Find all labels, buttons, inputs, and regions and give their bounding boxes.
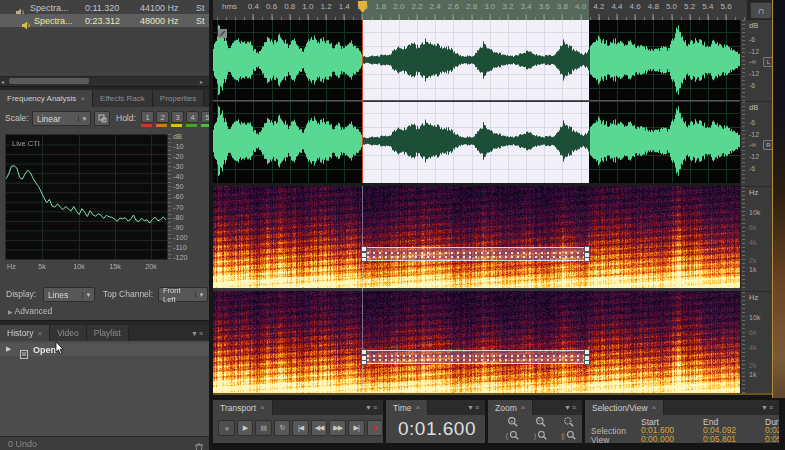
scale-dropdown[interactable]: Linear ▼ (32, 111, 91, 126)
scale-label: Scale: (5, 113, 29, 123)
zoom-to-in-point-button[interactable]: ( (502, 429, 524, 441)
hold-button-4[interactable]: 4 (186, 111, 197, 127)
record-button[interactable]: ● (367, 420, 384, 436)
svg-text:+: + (510, 418, 514, 424)
view-end-value[interactable]: 0:05.801 (703, 435, 736, 443)
ruler-tick-label: 4.6 (630, 2, 641, 11)
timeline-ruler[interactable]: hms0.40.60.81.01.21.41.61.82.02.22.42.62… (213, 0, 747, 21)
go-to-start-button[interactable]: |◀ (292, 420, 309, 436)
frequency-plot[interactable]: Live CTI (5, 134, 168, 260)
close-icon[interactable]: × (80, 94, 85, 103)
record-icon: ● (373, 423, 377, 433)
panel-menu-icon[interactable]: ▼≡ (462, 404, 485, 411)
db-tick-label: dB (173, 132, 187, 141)
mouse-cursor (55, 341, 64, 359)
ruler-tick-label: 1.2 (321, 2, 332, 11)
hold-button-3[interactable]: 3 (171, 111, 182, 127)
frequency-plot-canvas[interactable] (6, 135, 167, 259)
hold-color-bar (141, 124, 152, 127)
tab-history[interactable]: History× (0, 325, 50, 341)
tab-video[interactable]: Video (50, 325, 87, 341)
hold-button-1[interactable]: 1 (141, 111, 152, 127)
file-sample-rate: 48000 Hz (140, 16, 179, 26)
hold-button-2[interactable]: 2 (156, 111, 167, 127)
selection-handle (361, 355, 367, 361)
db-tick-label: -50 (173, 182, 187, 191)
play-marker-icon: ▶ (6, 345, 11, 353)
pause-button[interactable]: ▮▮ (255, 420, 272, 436)
ruler-tick-label: 0.8 (284, 2, 295, 11)
close-icon[interactable]: × (521, 403, 526, 412)
ruler-tick-label: 5.0 (666, 2, 677, 11)
spectral-selection-box[interactable] (362, 247, 589, 261)
tab-properties[interactable]: Properties (153, 90, 204, 107)
edit-indicator-icon[interactable] (218, 24, 227, 42)
ruler-selection-highlight (362, 0, 589, 20)
hz-tick-label: 10k (73, 262, 85, 271)
time-panel: 0:01.600 (386, 415, 485, 443)
history-footer: 0 Undo (0, 436, 209, 450)
panel-menu-icon[interactable]: ▼≡ (360, 404, 383, 411)
ruler-unit: hms (222, 2, 237, 11)
db-scale-left: dB -6 -12 -∞ L -12 -6 (741, 20, 772, 101)
row-label: Selection (591, 426, 641, 435)
scroll-left-icon[interactable]: ◂ (1, 78, 4, 85)
time-display[interactable]: 0:01.600 (386, 415, 485, 440)
play-button[interactable]: ▶ (237, 420, 254, 436)
ruler-tick-label: 1.0 (302, 2, 313, 11)
display-dropdown[interactable]: Lines ▼ (43, 287, 95, 302)
loop-button[interactable]: ↻ (274, 420, 291, 436)
close-icon[interactable]: × (37, 329, 42, 338)
view-duration-value[interactable]: 0:05.801 (765, 435, 779, 443)
top-channel-dropdown[interactable]: Front Left ▼ (158, 287, 208, 302)
close-icon[interactable]: × (652, 403, 657, 412)
playhead-line (362, 20, 363, 183)
trash-icon[interactable] (195, 439, 203, 450)
db-tick-label: -40 (173, 172, 187, 181)
spectral-selection-box[interactable] (362, 350, 589, 364)
file-row[interactable]: Spectra... 0:11.320 44100 Hz St (0, 1, 209, 14)
db-axis-ticks (168, 134, 171, 260)
hold-button-label: 4 (186, 111, 199, 123)
zoom-in-button[interactable]: + (502, 416, 524, 428)
files-hscrollbar[interactable]: ◂ ▸ (0, 76, 209, 86)
go-to-end-button[interactable]: ▶| (348, 420, 365, 436)
scroll-thumb[interactable] (9, 78, 89, 84)
waveform-display[interactable] (213, 20, 740, 183)
file-name: Spectra... (30, 3, 69, 13)
tab-zoom[interactable]: Zoom× (488, 400, 533, 415)
zoom-full-button[interactable] (558, 416, 580, 428)
history-panel: ▶ Open (0, 341, 209, 436)
view-start-value[interactable]: 0:00.000 (641, 435, 674, 443)
history-item-open[interactable]: ▶ Open (0, 343, 209, 356)
tab-playlist[interactable]: Playlist (87, 325, 129, 341)
db-tick-label: -120 (173, 253, 187, 262)
tab-transport[interactable]: Transport× (213, 400, 273, 415)
tab-selection-view[interactable]: Selection/View× (585, 400, 664, 415)
close-icon[interactable]: × (260, 403, 265, 412)
zoom-to-selection-button[interactable]: || (558, 429, 580, 441)
selection-handle (584, 355, 590, 361)
zoom-to-out-point-button[interactable]: ) (530, 429, 552, 441)
advanced-disclosure[interactable]: ▶ Advanced (8, 306, 52, 316)
stop-button[interactable]: ■ (218, 420, 235, 436)
close-icon[interactable]: × (416, 403, 421, 412)
hz-tick-label: 15k (109, 262, 121, 271)
snap-toggle-button[interactable]: ∩ (750, 2, 772, 19)
hold-color-bar (156, 124, 167, 127)
tab-time[interactable]: Time× (386, 400, 428, 415)
rewind-button[interactable]: ◀◀ (311, 420, 328, 436)
fast-forward-button[interactable]: ▶▶ (329, 420, 346, 436)
tab-frequency-analysis[interactable]: Frequency Analysis× (0, 90, 93, 107)
zoom-out-button[interactable]: − (530, 416, 552, 428)
panel-menu-icon[interactable]: ▼≡ (186, 330, 209, 337)
hz-tick-label: 5k (38, 262, 46, 271)
scan-button[interactable] (94, 111, 110, 126)
hold-label: Hold: (116, 113, 136, 123)
db-tick-label: -110 (173, 243, 187, 252)
scroll-right-icon[interactable]: ▸ (200, 78, 203, 85)
panel-menu-icon[interactable]: ▼≡ (559, 404, 582, 411)
file-row-selected[interactable]: Spectra... 0:23.312 48000 Hz St (0, 14, 209, 27)
tab-effects-rack[interactable]: Effects Rack (93, 90, 153, 107)
panel-menu-icon[interactable]: ▼≡ (756, 404, 779, 411)
